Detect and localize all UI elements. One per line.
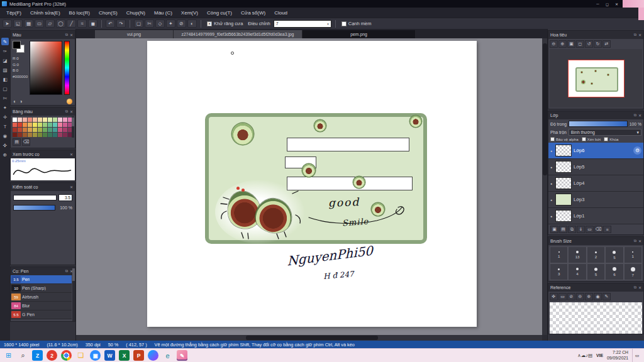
palette-swatch[interactable] [43,123,47,127]
palette-list-icon[interactable]: ▤ [13,138,21,146]
palette-swatch[interactable] [18,128,22,132]
add-folder-icon[interactable]: ▤ [559,226,567,233]
brush-item[interactable]: 59Airbrush [11,293,72,302]
start-button[interactable]: ⊞ [3,350,14,361]
palette-swatch[interactable] [28,118,32,122]
rgb-mode-icon[interactable]: ◐ [13,99,16,104]
delete-layer-icon[interactable]: ⌫ [594,226,602,233]
clear-layer-icon[interactable]: ▭ [586,226,594,233]
menu-item[interactable]: Xem(V) [177,8,203,18]
popout-icon[interactable]: ⧉ [634,33,636,37]
palette-swatch[interactable] [53,133,57,137]
rotate-right-icon[interactable]: ↻ [594,40,602,48]
palette-swatch[interactable] [18,123,22,127]
palette-swatch[interactable] [28,128,32,132]
text-tool[interactable]: T [1,123,9,130]
move-tool[interactable]: ✛ [1,113,9,121]
ruler-icon[interactable]: ▭ [35,19,44,28]
maximize-button[interactable]: ◻ [602,0,612,8]
brush-size-cell[interactable]: 3 [550,263,568,280]
edge-icon[interactable]: e [162,350,173,361]
palette-swatch[interactable] [33,133,37,137]
palette-swatch[interactable] [33,123,37,127]
vertical-scroll-thumb[interactable] [543,43,547,175]
redo-icon[interactable]: ↷ [116,19,126,28]
layer-row[interactable]: ●Lớp5 [548,159,643,175]
layer-visibility-dot[interactable]: ● [550,198,553,202]
zoom-tool[interactable]: ⊕ [1,151,9,158]
hand-icon[interactable]: ✜ [550,293,558,300]
frame-icon[interactable]: ▭ [558,293,567,300]
soft-edge-checkbox[interactable]: Cạnh mềm [341,21,372,26]
palette-delete-icon[interactable]: ⌫ [22,138,30,146]
edit-icon[interactable]: ✎ [602,293,611,300]
zoom-app-icon[interactable]: ▣ [90,350,101,361]
palette-swatch[interactable] [43,118,47,122]
pen-tool[interactable]: ✎ [1,38,9,45]
canvas-page[interactable]: good Smile NguyenPhi50 H đ 247 [147,41,477,327]
palette-swatch[interactable] [43,133,47,137]
taskbar-clock[interactable]: 7:22 CH 09/09/2021 [607,350,628,361]
brush-size-cell[interactable]: 6 [605,263,623,280]
close-icon[interactable]: ✕ [638,113,641,118]
zoom-in-icon[interactable]: ⊕ [558,40,567,48]
fit-view-icon[interactable]: ▣ [567,40,575,48]
reference-content-area[interactable] [550,302,642,334]
palette-swatch[interactable] [58,133,62,137]
transform-icon[interactable]: ◱ [13,19,23,28]
menu-item[interactable]: Tệp(F) [2,8,26,18]
brush-size-value[interactable]: 3.5 [58,194,72,201]
actual-size-icon[interactable]: ◻ [576,40,584,48]
shape-ellipse-icon[interactable]: ◯ [56,19,65,28]
select-rect-icon[interactable]: ▢ [134,19,143,28]
close-icon[interactable]: ✕ [638,33,641,37]
menu-item[interactable]: Chỉnh sửa(E) [26,8,65,18]
popout-icon[interactable]: ⧉ [634,285,636,290]
undo-icon[interactable]: ↶ [106,19,115,28]
excel-icon[interactable]: X [119,350,130,361]
zoom-out-icon[interactable]: ⊖ [576,293,584,300]
layer-menu-icon[interactable]: ≡ [603,226,611,233]
palette-swatch[interactable] [38,123,42,127]
select-tool[interactable]: ▢ [1,85,9,92]
medibang-icon[interactable]: ✎ [177,350,187,361]
palette-swatch[interactable] [58,128,62,132]
close-icon[interactable]: ✕ [70,152,73,156]
layer-row[interactable]: ●Lớp1 [548,208,643,224]
layer-visibility-dot[interactable]: ● [550,165,553,169]
canvas-viewport[interactable]: good Smile NguyenPhi50 H đ 247 [76,38,542,335]
select-poly-icon[interactable]: ◇ [155,19,165,28]
shape-rect-icon[interactable]: ▱ [45,19,55,28]
brush-size-cell[interactable]: 5 [605,246,623,263]
close-icon[interactable]: ✕ [70,109,73,114]
menu-item[interactable]: Chụp(N) [122,8,150,18]
close-icon[interactable]: ✕ [70,185,73,189]
rotate-left-icon[interactable]: ↺ [585,40,593,48]
brush-item[interactable]: 84Blur [11,302,72,310]
palette-swatch[interactable] [33,118,37,122]
eyedropper-icon[interactable]: ◉ [594,293,602,300]
palette-swatch[interactable] [63,128,67,132]
palette-swatch[interactable] [33,128,37,132]
palette-swatch[interactable] [23,128,27,132]
powerpoint-icon[interactable]: P [133,350,144,361]
palette-swatch[interactable] [48,128,52,132]
magic-wand-tool[interactable]: ✦ [1,104,9,111]
brush-size-cell[interactable]: 2 [587,246,605,263]
menu-item[interactable]: Công cụ(T) [203,8,236,18]
layer-row[interactable]: ●Lớp3 [548,192,643,208]
palette-swatch[interactable] [58,123,62,127]
brush-size-cell[interactable]: 7 [624,263,642,280]
close-button[interactable]: ✕ [612,0,621,8]
color-wheel-icon[interactable] [67,99,72,104]
palette-swatch[interactable] [23,133,27,137]
palette-swatch[interactable] [38,133,42,137]
foreground-color-swatch[interactable] [13,41,21,49]
eyedropper-tool[interactable]: ◉ [1,132,9,140]
layer-settings-icon[interactable]: ⚙ [633,146,641,155]
merge-down-icon[interactable]: ⇓ [577,226,585,233]
palette-scrollbar[interactable] [72,116,74,138]
layer-visibility-dot[interactable]: ● [550,214,553,218]
palette-swatch[interactable] [13,128,17,132]
popout-icon[interactable]: ⧉ [65,269,68,273]
